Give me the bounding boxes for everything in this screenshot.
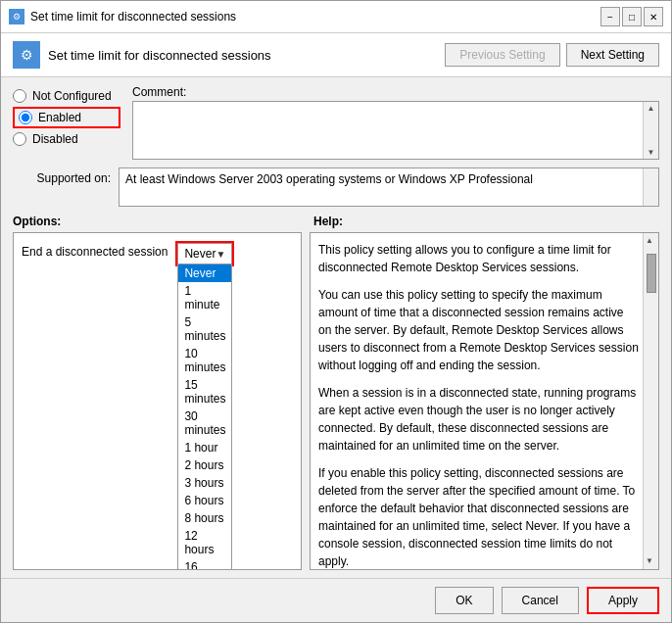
help-scroll-down[interactable]: ▼ [644, 553, 658, 569]
scroll-down-arrow[interactable]: ▼ [646, 146, 657, 159]
options-field-label: End a disconnected session [22, 241, 168, 259]
help-section-label: Help: [313, 215, 343, 228]
header-left: ⚙ Set time limit for disconnected sessio… [13, 41, 271, 69]
dropdown-arrow-icon: ▼ [216, 249, 225, 260]
previous-setting-button[interactable]: Previous Setting [445, 43, 559, 67]
ok-button[interactable]: OK [435, 587, 493, 614]
header-title: Set time limit for disconnected sessions [48, 48, 271, 63]
dropdown-item-15min[interactable]: 15 minutes [178, 376, 231, 407]
supported-box: At least Windows Server 2003 operating s… [119, 168, 659, 207]
help-scroll-thumb[interactable] [647, 254, 656, 293]
apply-button[interactable]: Apply [587, 587, 659, 614]
comment-label: Comment: [132, 85, 659, 99]
section-labels: Options: Help: [13, 215, 659, 228]
comment-box[interactable]: ▲ ▼ [132, 101, 659, 160]
help-scroll-up[interactable]: ▲ [644, 233, 658, 249]
main-window: ⚙ Set time limit for disconnected sessio… [0, 0, 672, 623]
window-icon: ⚙ [9, 9, 24, 24]
supported-value: At least Windows Server 2003 operating s… [125, 172, 533, 186]
help-para-4: If you enable this policy setting, disco… [318, 464, 639, 570]
dropdown-item-3hr[interactable]: 3 hours [178, 474, 231, 492]
header-icon: ⚙ [13, 41, 40, 69]
dropdown-item-8hr[interactable]: 8 hours [178, 509, 231, 527]
dropdown-item-30min[interactable]: 30 minutes [178, 407, 231, 439]
window-title: Set time limit for disconnected sessions [30, 10, 236, 24]
supported-scrollbar[interactable] [643, 168, 658, 206]
supported-row: Supported on: At least Windows Server 20… [13, 168, 659, 207]
dropdown-item-never[interactable]: Never [178, 264, 231, 282]
help-scroll-track [644, 249, 658, 553]
enabled-label[interactable]: Enabled [38, 111, 81, 124]
close-button[interactable]: ✕ [644, 7, 663, 26]
help-para-1: This policy setting allows you to config… [318, 241, 639, 276]
supported-label: Supported on: [13, 168, 111, 185]
dropdown-item-12hr[interactable]: 12 hours [178, 527, 231, 558]
dropdown-item-1hr[interactable]: 1 hour [178, 439, 231, 456]
scroll-up-arrow[interactable]: ▲ [646, 102, 657, 115]
options-inner: End a disconnected session Never ▼ Never… [14, 233, 301, 274]
dropdown-item-1min[interactable]: 1 minute [178, 282, 231, 313]
minimize-button[interactable]: − [600, 7, 620, 26]
top-panels: Not Configured Enabled Disabled Comment:… [13, 85, 659, 160]
disabled-row: Disabled [13, 132, 120, 146]
dropdown-item-2hr[interactable]: 2 hours [178, 456, 231, 474]
comment-scrollbar[interactable]: ▲ ▼ [643, 102, 658, 159]
comment-column: Comment: ▲ ▼ [132, 85, 659, 160]
dropdown-wrapper: Never ▼ Never 1 minute 5 minutes 10 minu… [175, 241, 234, 266]
title-bar-left: ⚙ Set time limit for disconnected sessio… [9, 9, 236, 24]
dropdown-list: Never 1 minute 5 minutes 10 minutes 15 m… [177, 264, 232, 570]
main-panels: End a disconnected session Never ▼ Never… [13, 232, 659, 570]
footer: OK Cancel Apply [1, 578, 671, 622]
content-area: Not Configured Enabled Disabled Comment:… [1, 77, 671, 578]
dropdown-value: Never [184, 247, 216, 261]
options-section-label: Options: [13, 215, 302, 228]
options-panel: End a disconnected session Never ▼ Never… [13, 232, 302, 570]
enabled-row: Enabled [13, 107, 120, 128]
enabled-radio[interactable] [19, 111, 32, 124]
title-controls: − □ ✕ [600, 7, 663, 26]
not-configured-row: Not Configured [13, 89, 120, 103]
disabled-radio[interactable] [13, 132, 26, 146]
nav-buttons: Previous Setting Next Setting [445, 43, 659, 67]
radio-column: Not Configured Enabled Disabled [13, 85, 120, 160]
title-bar: ⚙ Set time limit for disconnected sessio… [1, 1, 671, 33]
dropdown-item-5min[interactable]: 5 minutes [178, 313, 231, 345]
dropdown-item-6hr[interactable]: 6 hours [178, 492, 231, 509]
dropdown-container: Never ▼ Never 1 minute 5 minutes 10 minu… [177, 243, 232, 264]
cancel-button[interactable]: Cancel [502, 587, 579, 614]
dropdown-item-16hr[interactable]: 16 hours [178, 558, 231, 570]
header-bar: ⚙ Set time limit for disconnected sessio… [1, 33, 671, 77]
help-para-3: When a session is in a disconnected stat… [318, 384, 639, 455]
next-setting-button[interactable]: Next Setting [566, 43, 659, 67]
dropdown-item-10min[interactable]: 10 minutes [178, 345, 231, 376]
help-para-2: You can use this policy setting to speci… [318, 286, 639, 374]
dropdown-button[interactable]: Never ▼ [177, 243, 232, 264]
help-scrollbar[interactable]: ▲ ▼ [643, 233, 658, 569]
not-configured-radio[interactable] [13, 89, 26, 103]
maximize-button[interactable]: □ [622, 7, 642, 26]
disabled-label[interactable]: Disabled [32, 132, 78, 146]
help-panel: This policy setting allows you to config… [310, 232, 659, 570]
not-configured-label[interactable]: Not Configured [32, 89, 112, 103]
